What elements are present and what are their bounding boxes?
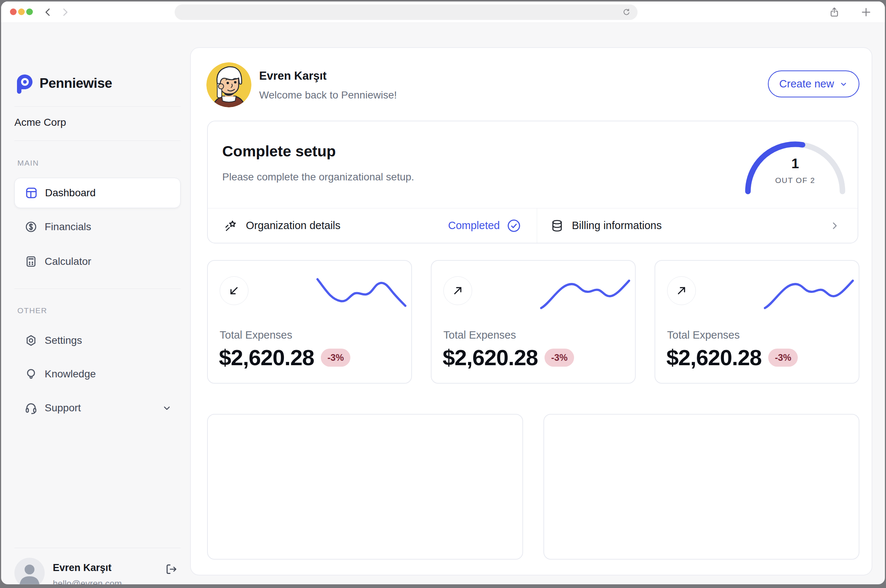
gauge-caption: OUT OF 2 bbox=[740, 176, 851, 185]
stat-label: Total Expenses bbox=[443, 329, 516, 341]
sparkline-up-icon bbox=[763, 276, 855, 312]
avatar bbox=[14, 558, 45, 584]
setup-title: Complete setup bbox=[222, 143, 336, 160]
stat-card-total-expenses: Total Expenses $2,620.28 -3% bbox=[654, 260, 859, 384]
stat-delta-badge: -3% bbox=[321, 349, 350, 367]
logout-icon[interactable] bbox=[165, 563, 178, 576]
app-name: Penniewise bbox=[39, 76, 112, 91]
user-email: hello@evren.com bbox=[53, 578, 122, 584]
sparkline-up-icon bbox=[539, 276, 631, 312]
minimize-window-button[interactable] bbox=[18, 9, 25, 15]
section-label-main: MAIN bbox=[17, 159, 39, 168]
trend-down-arrow-icon bbox=[220, 276, 248, 305]
stat-value: $2,620.28 bbox=[666, 345, 761, 370]
divider bbox=[14, 106, 181, 106]
url-input[interactable] bbox=[181, 5, 617, 19]
task-label: Billing informations bbox=[572, 219, 662, 232]
section-label-other: OTHER bbox=[17, 306, 47, 315]
headset-icon bbox=[25, 402, 37, 414]
sidebar-item-settings[interactable]: Settings bbox=[14, 326, 181, 356]
task-label: Organization details bbox=[246, 219, 340, 232]
forward-button[interactable] bbox=[59, 6, 71, 18]
lightbulb-icon bbox=[25, 368, 37, 380]
divider bbox=[14, 548, 181, 548]
main-content-panel: Evren Karşıt Welcome back to Penniewise!… bbox=[190, 47, 872, 576]
sidebar-item-calculator[interactable]: Calculator bbox=[14, 246, 181, 277]
task-status: Completed bbox=[448, 219, 500, 232]
trend-up-arrow-icon bbox=[443, 276, 472, 305]
task-organization-details[interactable]: Organization details Completed bbox=[208, 208, 537, 243]
calculator-icon bbox=[25, 255, 37, 268]
setup-subtitle: Please complete the organizational setup… bbox=[222, 171, 414, 183]
sidebar-item-knowledge[interactable]: Knowledge bbox=[14, 359, 181, 389]
sidebar: Penniewise Acme Corp MAIN Dashboard Fina… bbox=[1, 23, 191, 584]
sidebar-item-label: Calculator bbox=[45, 256, 91, 267]
chevron-down-icon bbox=[839, 80, 848, 88]
divider bbox=[14, 288, 181, 289]
sidebar-item-dashboard[interactable]: Dashboard bbox=[14, 178, 181, 208]
stat-label: Total Expenses bbox=[667, 329, 740, 341]
app-logo: Penniewise bbox=[14, 73, 112, 94]
header-user-name: Evren Karşıt bbox=[259, 69, 327, 82]
organization-name: Acme Corp bbox=[14, 117, 66, 128]
stat-card-total-expenses: Total Expenses $2,620.28 -3% bbox=[431, 260, 636, 384]
sidebar-item-label: Financials bbox=[45, 221, 91, 233]
database-icon bbox=[551, 219, 564, 232]
sidebar-user-card: Evren Karşıt hello@evren.com bbox=[14, 558, 181, 584]
share-icon[interactable] bbox=[827, 4, 842, 20]
back-button[interactable] bbox=[42, 6, 54, 18]
chevron-left-icon bbox=[43, 8, 53, 17]
sparkline-down-icon bbox=[315, 276, 408, 312]
sidebar-item-label: Dashboard bbox=[45, 187, 96, 199]
settings-nut-icon bbox=[25, 334, 37, 347]
sidebar-item-label: Settings bbox=[45, 334, 82, 346]
gauge-value: 1 bbox=[740, 156, 851, 171]
empty-widget-card bbox=[207, 414, 523, 560]
create-new-button[interactable]: Create new bbox=[768, 70, 859, 98]
trend-up-arrow-icon bbox=[667, 276, 696, 305]
chevron-right-icon bbox=[60, 8, 70, 17]
stat-label: Total Expenses bbox=[220, 329, 292, 341]
sidebar-item-label: Support bbox=[45, 402, 81, 414]
check-circle-icon bbox=[507, 218, 521, 233]
empty-widget-card bbox=[543, 414, 859, 560]
create-new-label: Create new bbox=[779, 78, 834, 90]
shooting-star-icon bbox=[224, 219, 238, 232]
browser-toolbar bbox=[1, 2, 885, 23]
stat-value: $2,620.28 bbox=[219, 345, 314, 370]
close-window-button[interactable] bbox=[10, 9, 17, 15]
setup-progress-gauge: 1 OUT OF 2 bbox=[740, 136, 851, 195]
sidebar-item-label: Knowledge bbox=[45, 368, 96, 380]
stat-value: $2,620.28 bbox=[443, 345, 538, 370]
dashboard-layout-icon bbox=[25, 187, 38, 199]
sidebar-item-financials[interactable]: Financials bbox=[14, 212, 181, 242]
chevron-down-icon[interactable] bbox=[162, 403, 171, 413]
new-tab-icon[interactable] bbox=[858, 4, 874, 20]
user-avatar-illustration bbox=[206, 62, 251, 107]
header-welcome-text: Welcome back to Penniewise! bbox=[259, 89, 397, 101]
user-name: Evren Karşıt bbox=[53, 562, 111, 574]
reload-icon[interactable] bbox=[620, 6, 633, 19]
task-billing-informations[interactable]: Billing informations bbox=[537, 208, 859, 243]
stat-card-total-expenses: Total Expenses $2,620.28 -3% bbox=[207, 260, 412, 384]
chevron-right-icon[interactable] bbox=[829, 220, 840, 231]
sidebar-item-support[interactable]: Support bbox=[14, 393, 181, 423]
dollar-circle-icon bbox=[25, 220, 37, 233]
stat-delta-badge: -3% bbox=[545, 349, 574, 367]
stat-delta-badge: -3% bbox=[768, 349, 798, 367]
complete-setup-card: Complete setup Please complete the organ… bbox=[207, 121, 858, 243]
browser-window: Penniewise Acme Corp MAIN Dashboard Fina… bbox=[1, 2, 885, 584]
zoom-window-button[interactable] bbox=[26, 9, 33, 15]
penniewise-logo-icon bbox=[14, 73, 34, 94]
divider bbox=[14, 141, 181, 141]
